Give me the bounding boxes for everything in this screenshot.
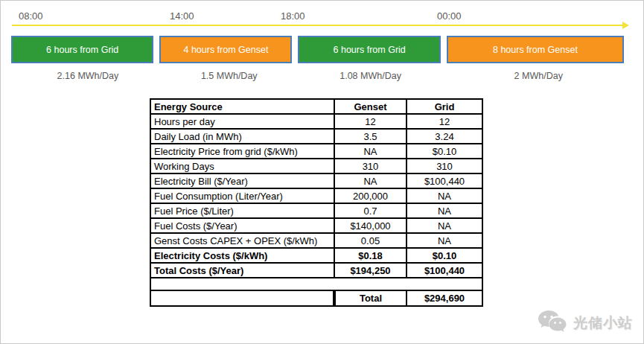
cell-grid-value: 310: [407, 159, 482, 173]
cell-grid-value: $100,440: [407, 263, 482, 278]
timeline-segment-genset-3: 8 hours from Genset: [447, 36, 624, 63]
grand-total-row: Total $294,690: [150, 290, 482, 306]
energy-per-day-labels: 2.16 MWh/Day1.5 MWh/Day1.08 MWh/Day2 MWh…: [11, 71, 624, 81]
grand-total-empty-cell: [150, 290, 334, 306]
segment-label: 6 hours from Grid: [46, 45, 118, 55]
segment-label: 6 hours from Grid: [334, 45, 406, 55]
cell-label: Daily Load (in MWh): [150, 129, 334, 144]
slide-canvas: 08:00 14:00 18:00 00:00 6 hours from Gri…: [0, 0, 644, 344]
cell-label: Electricity Bill ($/Year): [150, 173, 334, 188]
cell-label: Fuel Costs ($/Year): [150, 218, 334, 233]
timeline-segment-grid-0: 6 hours from Grid: [11, 36, 153, 63]
table-header-row: Energy Source Genset Grid: [150, 99, 482, 114]
cell-label: Electricity Price from grid ($/kWh): [150, 144, 334, 159]
cell-grid-value: 12: [407, 114, 482, 129]
energy-cost-table: Energy Source Genset Grid Hours per day1…: [150, 98, 483, 307]
time-label-1800: 18:00: [281, 10, 305, 22]
cell-genset-value: NA: [334, 144, 407, 159]
timeline-bars: 6 hours from Grid4 hours from Genset6 ho…: [11, 36, 624, 63]
header-energy-source: Energy Source: [150, 99, 334, 114]
cell-genset-value: NA: [334, 173, 407, 188]
table-body: Hours per day1212Daily Load (in MWh)3.53…: [150, 114, 482, 278]
table-row: Working Days310310: [150, 159, 482, 173]
table-row: Fuel Price ($/Liter)0.7NA: [150, 203, 482, 218]
cell-genset-value: $140,000: [334, 218, 407, 233]
cell-grid-value: $100,440: [407, 173, 482, 188]
mwh-per-day-label-1: 1.5 MWh/Day: [170, 71, 288, 81]
segment-label: 8 hours from Genset: [493, 45, 578, 55]
table-row: Electricity Costs ($/kWh)$0.18$0.10: [150, 248, 482, 263]
cell-genset-value: 0.05: [334, 233, 407, 248]
cell-label: Fuel Price ($/Liter): [150, 203, 334, 218]
cell-grid-value: NA: [407, 203, 482, 218]
cell-label: Total Costs ($/Year): [150, 263, 334, 278]
table-row: Fuel Costs ($/Year)$140,000NA: [150, 218, 482, 233]
header-grid: Grid: [407, 99, 482, 114]
spacer-cell: [150, 278, 482, 290]
table-row: Electricity Price from grid ($/kWh)NA$0.…: [150, 144, 482, 159]
wechat-icon: [537, 309, 570, 337]
header-genset: Genset: [334, 99, 407, 114]
cell-grid-value: NA: [407, 218, 482, 233]
mwh-per-day-label-0: 2.16 MWh/Day: [11, 71, 165, 81]
cell-label: Electricity Costs ($/kWh): [150, 248, 334, 263]
cell-grid-value: 3.24: [407, 129, 482, 144]
cell-grid-value: $0.10: [407, 248, 482, 263]
grand-total-label: Total: [334, 290, 407, 306]
cell-genset-value: 12: [334, 114, 407, 129]
table-row: Hours per day1212: [150, 114, 482, 129]
cell-grid-value: NA: [407, 188, 482, 203]
time-label-1400: 14:00: [170, 10, 194, 22]
cell-genset-value: 0.7: [334, 203, 407, 218]
cell-label: Fuel Consumption (Liter/Year): [150, 188, 334, 203]
table-row: Electricity Bill ($/Year)NA$100,440: [150, 173, 482, 188]
table-row: Genst Costs CAPEX + OPEX ($/kWh)0.05NA: [150, 233, 482, 248]
spacer-row: [150, 278, 482, 290]
table-row: Fuel Consumption (Liter/Year)200,000NA: [150, 188, 482, 203]
table-row: Total Costs ($/Year)$194,250$100,440: [150, 263, 482, 278]
cell-genset-value: 200,000: [334, 188, 407, 203]
watermark-text: 光储小站: [573, 313, 633, 333]
cell-label: Genst Costs CAPEX + OPEX ($/kWh): [150, 233, 334, 248]
cell-grid-value: $0.10: [407, 144, 482, 159]
timeline-segment-grid-2: 6 hours from Grid: [298, 36, 440, 63]
time-label-0000: 00:00: [437, 10, 462, 22]
mwh-per-day-label-2: 1.08 MWh/Day: [294, 71, 447, 81]
table-row: Daily Load (in MWh)3.53.24: [150, 129, 482, 144]
cell-label: Working Days: [150, 159, 334, 173]
timeline-segment-genset-1: 4 hours from Genset: [159, 36, 292, 63]
mwh-per-day-label-3: 2 MWh/Day: [453, 71, 624, 81]
watermark: 光储小站: [537, 309, 633, 337]
cell-label: Hours per day: [150, 114, 334, 129]
cell-genset-value: 3.5: [334, 129, 407, 144]
time-label-0800: 08:00: [19, 10, 43, 22]
segment-label: 4 hours from Genset: [183, 45, 268, 55]
cell-genset-value: $0.18: [334, 248, 407, 263]
timeline-arrow: [12, 25, 622, 26]
cell-genset-value: $194,250: [334, 263, 407, 278]
cell-genset-value: 310: [334, 159, 407, 173]
cell-grid-value: NA: [407, 233, 482, 248]
grand-total-value: $294,690: [407, 290, 482, 306]
